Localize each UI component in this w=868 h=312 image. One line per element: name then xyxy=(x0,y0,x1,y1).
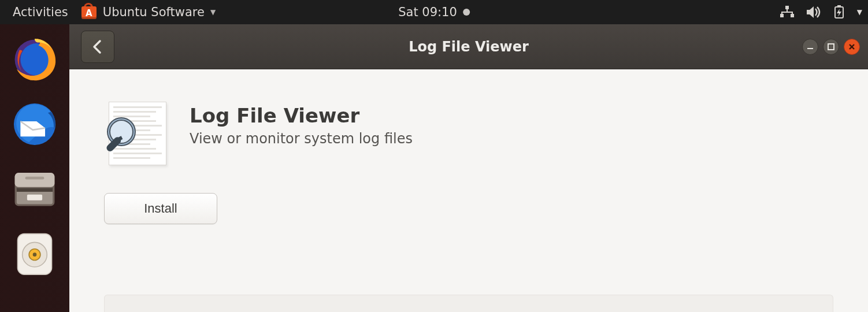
chevron-left-icon xyxy=(92,39,103,55)
dock xyxy=(0,24,69,312)
app-icon xyxy=(104,102,171,165)
minimize-button[interactable] xyxy=(802,39,818,55)
chevron-down-icon: ▼ xyxy=(210,8,216,16)
thunderbird-icon xyxy=(11,101,58,148)
svg-rect-4 xyxy=(781,12,793,13)
svg-rect-5 xyxy=(781,12,782,14)
dock-item-rhythmbox[interactable] xyxy=(10,229,60,278)
svg-rect-19 xyxy=(25,177,44,180)
files-icon xyxy=(11,165,58,213)
app-name: Log File Viewer xyxy=(190,104,413,127)
svg-rect-9 xyxy=(837,5,841,7)
svg-marker-7 xyxy=(807,6,814,18)
maximize-button[interactable] xyxy=(823,39,839,55)
svg-rect-6 xyxy=(792,12,793,14)
app-menu[interactable]: A Ubuntu Software ▼ xyxy=(81,4,224,20)
activities-button[interactable]: Activities xyxy=(0,5,81,19)
dock-item-files[interactable] xyxy=(10,164,60,214)
top-panel: Activities A Ubuntu Software ▼ Sat 09:10… xyxy=(0,0,868,24)
window-controls xyxy=(802,39,860,55)
svg-rect-27 xyxy=(807,48,813,49)
svg-rect-0 xyxy=(785,6,789,9)
ubuntu-software-window: Log File Viewer xyxy=(69,24,868,312)
chevron-down-icon: ▼ xyxy=(857,8,862,16)
svg-rect-17 xyxy=(17,188,53,192)
install-button[interactable]: Install xyxy=(104,193,217,224)
close-button[interactable] xyxy=(844,39,860,55)
app-menu-label: Ubuntu Software xyxy=(103,5,205,19)
status-area[interactable]: ▼ xyxy=(780,0,862,24)
dock-item-thunderbird[interactable] xyxy=(10,99,60,149)
svg-point-26 xyxy=(33,252,37,257)
svg-rect-15 xyxy=(15,173,55,187)
svg-marker-10 xyxy=(837,9,841,17)
dock-item-firefox[interactable] xyxy=(10,35,60,84)
notification-dot-icon xyxy=(463,9,470,16)
back-button[interactable] xyxy=(81,31,114,63)
clock[interactable]: Sat 09:10 xyxy=(398,0,470,24)
clock-label: Sat 09:10 xyxy=(398,5,457,19)
network-icon xyxy=(780,6,795,18)
ubuntu-software-icon: A xyxy=(81,4,97,20)
volume-icon xyxy=(806,6,821,18)
svg-rect-18 xyxy=(27,195,42,200)
rhythmbox-icon xyxy=(11,230,58,277)
app-summary: View or monitor system log files xyxy=(190,131,413,147)
svg-rect-28 xyxy=(828,44,834,50)
firefox-icon xyxy=(11,36,58,83)
headerbar: Log File Viewer xyxy=(69,24,868,69)
app-detail-content: Log File Viewer View or monitor system l… xyxy=(69,69,868,312)
description-card xyxy=(104,295,833,312)
magnifier-icon xyxy=(102,114,147,163)
battery-icon xyxy=(833,5,845,19)
window-title: Log File Viewer xyxy=(409,39,529,55)
